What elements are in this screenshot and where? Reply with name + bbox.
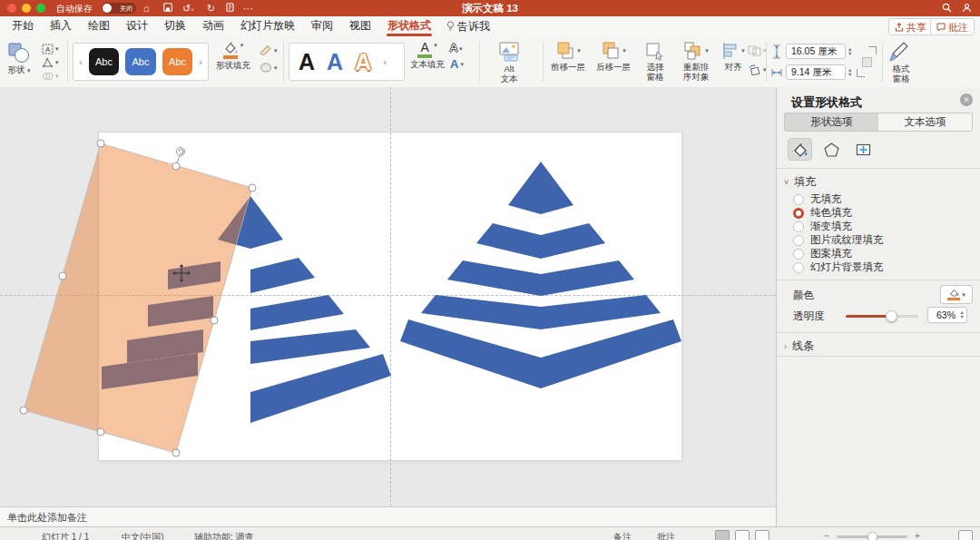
tab-shape-format[interactable]: 形状格式 xyxy=(379,16,439,36)
fill-section-header[interactable]: ˅ 填充 xyxy=(784,174,816,190)
wordart-black[interactable]: A xyxy=(299,49,315,74)
alt-text-button[interactable]: Alt 文本 xyxy=(497,41,521,83)
account-icon[interactable] xyxy=(962,3,972,13)
tab-animations[interactable]: 动画 xyxy=(194,16,232,36)
zoom-slider[interactable] xyxy=(837,535,907,538)
insert-shapes-button[interactable]: 形状 ▾ xyxy=(7,42,31,76)
edit-shape-icon xyxy=(42,57,54,68)
pyramid-right[interactable] xyxy=(400,162,681,388)
fill-color-picker[interactable]: ▾ xyxy=(940,285,973,304)
transparency-value-field[interactable]: 63% ▲▼ xyxy=(927,307,967,323)
panel-title: 设置形状格式 xyxy=(791,94,862,111)
tab-design[interactable]: 设计 xyxy=(118,16,156,36)
zoom-in-icon[interactable]: + xyxy=(915,531,920,540)
accessibility-indicator[interactable]: 辅助功能: 调查 xyxy=(194,531,254,540)
fill-option-picture[interactable]: 图片或纹理填充 xyxy=(793,233,884,247)
panel-tab-text-options[interactable]: 文本选项 xyxy=(878,113,972,131)
group-button[interactable]: ▾ xyxy=(748,45,767,56)
shape-height-field[interactable]: 16.05 厘米 ▲▼ xyxy=(771,44,852,59)
height-stepper[interactable]: ▲▼ xyxy=(848,47,852,56)
fit-slide-button[interactable] xyxy=(958,530,973,540)
tab-review[interactable]: 审阅 xyxy=(303,16,341,36)
effects-tab-icon[interactable] xyxy=(819,138,844,161)
handle-middle-right[interactable] xyxy=(211,317,218,324)
selection-pane-button[interactable]: 选择 窗格 xyxy=(639,41,671,82)
bring-forward-button[interactable]: ▾ 前移一层 xyxy=(548,41,588,73)
reorder-objects-button[interactable]: ▾ 重新排 序对象 xyxy=(675,41,717,82)
textbox-button[interactable]: A▾ xyxy=(42,44,59,54)
tab-transitions[interactable]: 切换 xyxy=(156,16,194,36)
slide-editor-canvas[interactable] xyxy=(0,87,776,506)
text-outline-button[interactable]: A▾ xyxy=(450,44,464,54)
comments-button[interactable]: 批注 xyxy=(930,18,975,35)
notes-area[interactable]: 单击此处添加备注 xyxy=(0,506,776,527)
handle-top-right[interactable] xyxy=(249,184,256,191)
slider-thumb[interactable] xyxy=(886,310,897,322)
fill-option-solid[interactable]: 纯色填充 xyxy=(793,206,852,220)
tab-view[interactable]: 视图 xyxy=(341,16,379,36)
tab-insert[interactable]: 插入 xyxy=(42,16,80,36)
tab-tellme[interactable]: 告诉我 xyxy=(439,19,497,34)
zoom-thumb[interactable] xyxy=(867,532,877,540)
shapes-icon xyxy=(7,42,31,64)
gallery-next-icon[interactable]: › xyxy=(199,56,202,67)
notes-toggle[interactable]: 备注 xyxy=(613,531,632,540)
wordart-next-icon[interactable]: › xyxy=(383,56,387,67)
handle-bottom-right[interactable] xyxy=(172,449,180,457)
fill-option-pattern[interactable]: 图案填充 xyxy=(793,247,852,260)
gallery-prev-icon[interactable]: ‹ xyxy=(79,56,83,67)
handle-middle-left[interactable] xyxy=(59,272,66,280)
shape-outline-button[interactable]: ▾ xyxy=(260,45,278,55)
normal-view-button[interactable] xyxy=(715,530,730,540)
shape-fill-button[interactable]: ▾ 形状填充 xyxy=(216,42,250,71)
text-fill-button[interactable]: A ▾ 文本填充 xyxy=(410,42,445,70)
shape-effects-button[interactable]: ▾ xyxy=(260,63,278,73)
tab-slideshow[interactable]: 幻灯片放映 xyxy=(232,16,303,36)
align-button[interactable]: ▾ 对齐 xyxy=(719,41,748,73)
transparency-slider[interactable] xyxy=(846,315,918,318)
width-stepper[interactable]: ▲▼ xyxy=(848,68,852,77)
close-panel-icon[interactable]: ✕ xyxy=(960,93,973,106)
handle-top-left[interactable] xyxy=(97,140,104,147)
shape-style-blue[interactable]: Abc xyxy=(125,48,156,75)
transparency-stepper[interactable]: ▲▼ xyxy=(960,310,965,319)
selected-rectangle-shape[interactable] xyxy=(24,143,252,453)
tab-home[interactable]: 开始 xyxy=(4,16,42,36)
slide-sorter-view-button[interactable] xyxy=(735,530,750,540)
text-effects-button[interactable]: A▾ xyxy=(450,59,464,70)
notes-placeholder: 单击此处添加备注 xyxy=(7,511,87,525)
rotate-button[interactable]: ▾ xyxy=(748,64,767,75)
comments-toggle[interactable]: 批注 xyxy=(657,531,675,540)
handle-top-middle[interactable] xyxy=(172,162,180,170)
comment-icon xyxy=(936,23,946,32)
line-section-header[interactable]: › 线条 xyxy=(784,339,814,354)
handle-bottom-left[interactable] xyxy=(20,407,27,414)
share-button[interactable]: 共享 xyxy=(888,18,933,35)
wordart-blue[interactable]: A xyxy=(327,49,343,74)
search-icon[interactable] xyxy=(942,3,952,13)
chevron-down-icon: ˅ xyxy=(784,178,789,187)
zoom-out-icon[interactable]: − xyxy=(824,531,829,540)
edit-shape-button[interactable]: ▾ xyxy=(42,57,59,68)
fill-option-none[interactable]: 无填充 xyxy=(793,192,842,206)
send-backward-icon xyxy=(601,41,621,61)
merge-shapes-button[interactable]: ▾ xyxy=(42,71,59,82)
fill-line-tab-icon[interactable] xyxy=(788,138,812,161)
panel-tab-shape-options[interactable]: 形状选项 xyxy=(785,113,878,131)
color-label: 颜色 xyxy=(793,289,814,302)
shape-style-black[interactable]: Abc xyxy=(89,48,120,75)
size-properties-tab-icon[interactable] xyxy=(851,138,876,161)
format-shape-panel: 设置形状格式 ✕ 形状选项 文本选项 ˅ 填充 无填充 纯色填充 渐变填充 图片… xyxy=(776,87,980,526)
fill-option-gradient[interactable]: 渐变填充 xyxy=(793,220,852,233)
language-indicator[interactable]: 中文(中国) xyxy=(122,531,164,540)
format-pane-button[interactable]: 格式 窗格 xyxy=(889,41,913,83)
handle-bottom-middle[interactable] xyxy=(97,428,104,436)
rotation-handle[interactable] xyxy=(177,148,185,156)
shape-width-field[interactable]: 9.14 厘米 ▲▼ xyxy=(771,64,852,80)
send-backward-button[interactable]: ▾ 后移一层 xyxy=(593,41,633,73)
tab-draw[interactable]: 绘图 xyxy=(80,16,118,36)
wordart-orange-outline[interactable]: A xyxy=(355,49,371,74)
shape-style-orange[interactable]: Abc xyxy=(162,48,193,75)
slideshow-view-button[interactable] xyxy=(755,530,769,540)
fill-option-background[interactable]: 幻灯片背景填充 xyxy=(793,260,884,274)
